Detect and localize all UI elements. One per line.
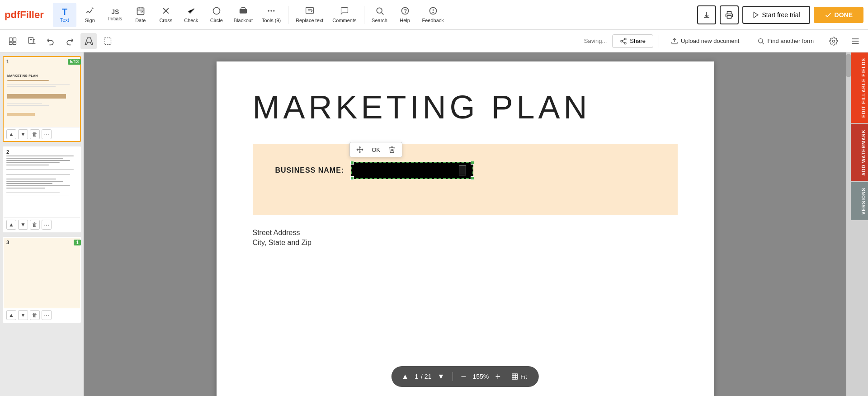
share-button[interactable]: Share — [612, 34, 653, 48]
thumb-up-btn-3[interactable]: ▲ — [6, 310, 16, 320]
done-button[interactable]: DONE — [814, 7, 863, 23]
resize-handle-tl[interactable] — [350, 161, 354, 165]
redo-btn[interactable] — [61, 33, 78, 49]
toolbar-cross-btn[interactable]: Cross — [154, 3, 178, 27]
svg-point-28 — [624, 38, 626, 40]
field-popup-toolbar: OK — [349, 142, 402, 157]
select-btn[interactable] — [99, 33, 116, 49]
right-tab-versions[interactable]: VERSIONS — [851, 182, 868, 220]
resize-handle-tr[interactable] — [471, 161, 474, 165]
thumb-down-btn-1[interactable]: ▼ — [18, 129, 28, 139]
svg-line-34 — [763, 42, 764, 44]
date-label: Date — [135, 18, 146, 23]
toolbar-tools-btn[interactable]: Tools (9) — [258, 3, 284, 27]
print-button[interactable] — [720, 5, 739, 24]
page-up-button[interactable]: ▲ — [398, 370, 412, 383]
thumb-up-btn-2[interactable]: ▲ — [6, 220, 16, 230]
thumb-more-btn-3[interactable]: ··· — [42, 310, 52, 320]
toolbar-sign-btn[interactable]: Sign — [78, 3, 102, 27]
zoom-in-button[interactable]: + — [491, 370, 504, 383]
find-form-button[interactable]: Find another form — [751, 35, 820, 47]
toolbar-help-btn[interactable]: ? Help — [393, 3, 417, 27]
toolbar-blackout-btn[interactable]: Blackout — [230, 3, 256, 27]
svg-point-29 — [621, 40, 623, 42]
scrollbar-thumb[interactable] — [846, 54, 851, 77]
sign-label: Sign — [85, 18, 95, 23]
blackout-icon — [239, 6, 248, 17]
thumb-delete-btn-2[interactable]: 🗑 — [30, 220, 40, 230]
download-button[interactable] — [697, 5, 716, 24]
address-section: Street Address City, State and Zip — [253, 229, 678, 247]
blackout-label: Blackout — [234, 18, 253, 23]
svg-line-31 — [623, 42, 625, 43]
thumb-more-btn-2[interactable]: ··· — [42, 220, 52, 230]
right-tab-fillable[interactable]: EDIT FILLABLE FIELDS — [851, 52, 868, 123]
settings-button[interactable] — [826, 33, 842, 49]
toolbar-check-btn[interactable]: Check — [179, 3, 203, 27]
fit-button[interactable]: Fit — [507, 371, 531, 382]
logo[interactable]: pdfFiller — [5, 9, 44, 21]
popup-move-btn[interactable] — [353, 144, 367, 155]
thumb-delete-btn-1[interactable]: 🗑 — [30, 129, 40, 139]
undo-btn[interactable] — [42, 33, 59, 49]
toolbar-feedback-btn[interactable]: Feedback — [419, 3, 448, 27]
pages-view-btn[interactable] — [5, 33, 21, 49]
start-trial-label: Start free trial — [762, 11, 800, 19]
svg-line-14 — [382, 13, 383, 14]
business-name-row: BUSINESS NAME: OK — [275, 162, 655, 179]
start-trial-button[interactable]: Start free trial — [742, 6, 810, 24]
document-page: MARKETING PLAN BUSINESS NAME: — [217, 61, 714, 396]
toolbar-comments-btn[interactable]: Comments — [329, 3, 360, 27]
zoom-out-button[interactable]: − — [457, 370, 470, 383]
add-page-btn[interactable] — [24, 33, 40, 49]
thumb-up-btn-1[interactable]: ▲ — [6, 129, 16, 139]
right-area — [846, 52, 851, 396]
thumb-small-line-2 — [7, 86, 56, 87]
right-tab-watermark[interactable]: ADD WATERMARK — [851, 124, 868, 181]
highlight-btn[interactable] — [80, 33, 97, 49]
thumbnail-page-2[interactable]: 2 — [3, 146, 81, 232]
svg-point-11 — [273, 10, 274, 11]
initials-label: Initials — [108, 16, 122, 21]
thumb-delete-btn-3[interactable]: 🗑 — [30, 310, 40, 320]
popup-ok-btn[interactable]: OK — [368, 145, 384, 155]
doc-scrollbar[interactable] — [846, 52, 851, 396]
thumb-down-btn-3[interactable]: ▼ — [18, 310, 28, 320]
thumb-controls-1: ▲ ▼ 🗑 ··· — [4, 127, 80, 141]
street-address: Street Address — [253, 229, 678, 237]
business-name-field-wrapper[interactable]: OK — [348, 162, 473, 179]
svg-marker-21 — [754, 12, 758, 18]
resize-handle-br[interactable] — [471, 176, 474, 180]
thumb-page-number-2: 2 — [6, 149, 9, 155]
thumbnail-page-1[interactable]: 1 5/13 MARKETING PLAN — [3, 56, 81, 142]
business-name-input-field[interactable] — [351, 162, 473, 179]
toolbar-replace-text-btn[interactable]: Replace text — [292, 3, 327, 27]
zoom-level: 155% — [472, 373, 489, 380]
current-page: 1 — [415, 373, 418, 380]
text-label: Text — [60, 17, 69, 23]
resize-handle-bl[interactable] — [350, 176, 354, 180]
initials-icon: JS — [111, 9, 119, 15]
toolbar-date-btn[interactable]: 15 Date — [129, 3, 152, 27]
thumb-badge-1: 5/13 — [68, 59, 81, 65]
help-label: Help — [400, 18, 410, 23]
thumb-text-area — [7, 84, 76, 117]
hamburger-menu-button[interactable] — [847, 33, 863, 49]
thumb-more-btn-1[interactable]: ··· — [42, 129, 52, 139]
upload-document-button[interactable]: Upload new document — [665, 35, 745, 47]
thumbnail-panel: 1 5/13 MARKETING PLAN — [0, 52, 84, 396]
toolbar-initials-btn[interactable]: JS Initials — [104, 3, 127, 27]
popup-ok-label: OK — [372, 146, 380, 153]
toolbar-text-btn[interactable]: T Text — [53, 3, 76, 27]
thumbnail-page-3[interactable]: 3 1 ▲ ▼ 🗑 ··· — [3, 237, 81, 323]
popup-delete-btn[interactable] — [385, 144, 399, 155]
thumb-down-btn-2[interactable]: ▼ — [18, 220, 28, 230]
check-icon — [187, 6, 196, 17]
feedback-icon — [429, 6, 438, 17]
text-icon: T — [62, 7, 67, 16]
page-down-button[interactable]: ▼ — [434, 370, 448, 383]
toolbar-search-btn[interactable]: Search — [368, 3, 392, 27]
toolbar-circle-btn[interactable]: Circle — [205, 3, 228, 27]
sign-icon — [85, 6, 94, 17]
svg-rect-20 — [727, 15, 731, 18]
